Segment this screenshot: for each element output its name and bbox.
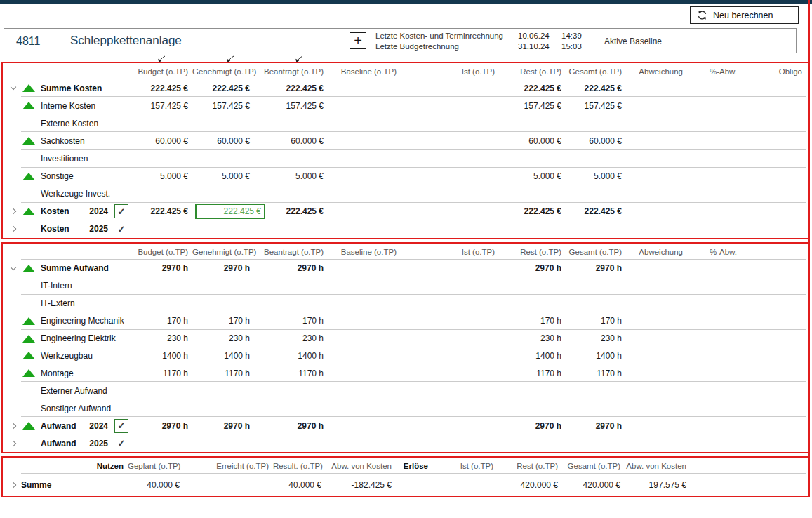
row-label: Investitionen: [41, 154, 88, 164]
cell-beantragt-o-tp: 222.425 €: [254, 84, 328, 93]
column-header-ist-o-tp: Ist (o.TP): [401, 248, 499, 256]
row-year: 2024: [89, 206, 108, 216]
table-row[interactable]: Summe40.000 €40.000 €-182.425 €420.000 €…: [3, 474, 808, 496]
recalculate-button[interactable]: Neu berechnen: [690, 6, 799, 24]
table-row[interactable]: Aufwand2024✓2970 h2970 h2970 h2970 h2970…: [3, 417, 808, 434]
row-label: Kosten: [41, 224, 69, 234]
table-row[interactable]: Interne Kosten157.425 €157.425 €157.425 …: [3, 97, 808, 114]
table-row[interactable]: Summe Aufwand2970 h2970 h2970 h2970 h297…: [3, 260, 808, 277]
last-cost-calc-label: Letzte Kosten- und Terminrechnung: [375, 31, 518, 41]
cell-gesamt-o-tp: 222.425 €: [566, 84, 626, 93]
column-header-abw-von-kosten: Abw. von Kosten: [625, 462, 691, 470]
column-header-abweichung: Abweichung: [626, 248, 687, 256]
row-label: Werkzeugbau: [41, 351, 93, 361]
cell-genehmigt-o-tp: 222.425 €: [192, 84, 254, 93]
cell-gesamt-o-tp: 157.425 €: [566, 101, 626, 111]
table-row[interactable]: Investitionen: [3, 150, 808, 167]
row-label: IT-Intern: [41, 281, 72, 291]
chevron-down-icon[interactable]: [6, 87, 21, 89]
status-triangle-icon: [21, 102, 41, 109]
chevron-right-icon[interactable]: [6, 483, 21, 487]
row-label-block: IT-Extern: [3, 295, 133, 312]
table-row[interactable]: Kosten2024✓222.425 €222.425 €222.425 €22…: [3, 203, 808, 220]
green-up-triangle: [22, 84, 35, 92]
cell-gesamt-o-tp: 2970 h: [566, 263, 626, 273]
cell-genehmigt-o-tp: 60.000 €: [192, 136, 254, 146]
cell-genehmigt-o-tp[interactable]: 222.425 €: [195, 204, 265, 219]
row-label-block: Externer Aufwand: [3, 382, 133, 399]
year-checkbox[interactable]: ✓: [114, 204, 128, 218]
table-row[interactable]: Externe Kosten: [3, 114, 808, 132]
cell-rest-o-tp: 157.425 €: [499, 101, 566, 111]
row-label-block: Interne Kosten: [3, 97, 133, 114]
row-label: IT-Extern: [41, 298, 75, 308]
cell-beantragt-o-tp: 230 h: [254, 333, 328, 343]
aufwand-table-section: Budget (o.TP)Genehmigt (o.TP)Beantragt (…: [1, 242, 809, 453]
green-up-triangle: [22, 352, 35, 359]
chevron-right-icon[interactable]: [6, 441, 21, 446]
table-row[interactable]: IT-Extern: [3, 295, 808, 312]
cell-gesamt-o-tp: 1400 h: [566, 351, 626, 361]
row-year: 2025: [89, 439, 108, 449]
column-header-nutzen: Nutzen: [80, 462, 128, 470]
row-label-block: Montage: [3, 364, 133, 382]
active-baseline-label: Aktive Baseline: [604, 36, 662, 46]
row-label: Werkzeuge Invest.: [41, 189, 110, 199]
chevron-right-icon[interactable]: [6, 227, 21, 231]
cell-budget-o-tp: 1400 h: [133, 351, 192, 361]
status-triangle-icon: [21, 422, 41, 430]
chevron-down-icon[interactable]: [6, 267, 21, 270]
green-up-triangle: [22, 208, 35, 215]
table-row[interactable]: IT-Intern: [3, 277, 808, 295]
table-row[interactable]: Externer Aufwand: [3, 382, 808, 399]
cell-beantragt-o-tp: 170 h: [254, 316, 328, 326]
column-header-ist-o-tp: Ist (o.TP): [432, 462, 498, 470]
table-row[interactable]: Sachkosten60.000 €60.000 €60.000 €60.000…: [3, 132, 808, 150]
cell-gesamt-o-tp: 1170 h: [566, 368, 626, 378]
column-header-erreicht-o-tp: Erreicht (o.TP): [184, 462, 273, 470]
table-row[interactable]: Werkzeuge Invest.: [3, 185, 808, 203]
chevron-right-icon[interactable]: [6, 424, 21, 428]
row-label-block: Kosten2024✓: [3, 203, 133, 220]
cell-rest-o-tp: 2970 h: [499, 421, 566, 431]
table-row[interactable]: Engineering Mechanik170 h170 h170 h170 h…: [3, 312, 808, 330]
cell-gesamt-o-tp: 5.000 €: [566, 171, 626, 181]
row-checkwrap: ✓: [109, 204, 133, 218]
table-row[interactable]: Engineering Elektrik230 h230 h230 h230 h…: [3, 330, 808, 347]
row-label: Summe: [21, 480, 51, 490]
row-checkwrap: ✓: [109, 439, 133, 448]
column-header-rest-o-tp: Rest (o.TP): [498, 462, 562, 470]
column-header-baseline-o-tp: Baseline (o.TP): [328, 248, 401, 256]
cell-beantragt-o-tp: 5.000 €: [254, 171, 328, 181]
table-row[interactable]: Summe Kosten222.425 €222.425 €222.425 €2…: [3, 79, 808, 97]
cell-gesamt-o-tp: 2970 h: [566, 421, 626, 431]
cell-beantragt-o-tp: 1170 h: [254, 368, 328, 378]
row-label: Engineering Elektrik: [41, 333, 116, 343]
column-header-genehmigt-o-tp: Genehmigt (o.TP): [192, 248, 254, 256]
chevron-right-icon[interactable]: [6, 209, 21, 213]
status-triangle-icon: [21, 317, 41, 325]
cell-budget-o-tp: 1170 h: [133, 368, 192, 378]
cell-gesamt-o-tp: 420.000 €: [562, 480, 625, 490]
row-label-block: IT-Intern: [3, 277, 133, 295]
cell-rest-o-tp: 420.000 €: [498, 480, 562, 490]
column-header-baseline-o-tp: Baseline (o.TP): [328, 67, 401, 76]
row-label-block: Aufwand2024✓: [3, 417, 133, 434]
row-label-block: Werkzeugbau: [3, 347, 133, 365]
green-up-triangle: [22, 422, 35, 430]
row-year: 2025: [89, 224, 108, 234]
column-header-rest-o-tp: Rest (o.TP): [499, 248, 566, 256]
table-row[interactable]: Kosten2025✓: [3, 220, 808, 238]
row-label-block: Sonstige: [3, 168, 133, 185]
table-row[interactable]: Werkzeugbau1400 h1400 h1400 h1400 h1400 …: [3, 347, 808, 365]
cell-genehmigt-o-tp: 2970 h: [192, 421, 254, 431]
add-icon[interactable]: +: [350, 32, 366, 49]
table-row[interactable]: Aufwand2025✓: [3, 434, 808, 452]
cell-genehmigt-o-tp: 157.425 €: [192, 101, 254, 111]
column-header-abw: %-Abw.: [687, 248, 741, 256]
year-checkbox[interactable]: ✓: [114, 419, 128, 433]
table-row[interactable]: Montage1170 h1170 h1170 h1170 h1170 h: [3, 364, 808, 382]
table-row[interactable]: Sonstige5.000 €5.000 €5.000 €5.000 €5.00…: [3, 168, 808, 185]
table-row[interactable]: Sonstiger Aufwand: [3, 399, 808, 417]
cell-genehmigt-o-tp: 170 h: [192, 316, 254, 326]
